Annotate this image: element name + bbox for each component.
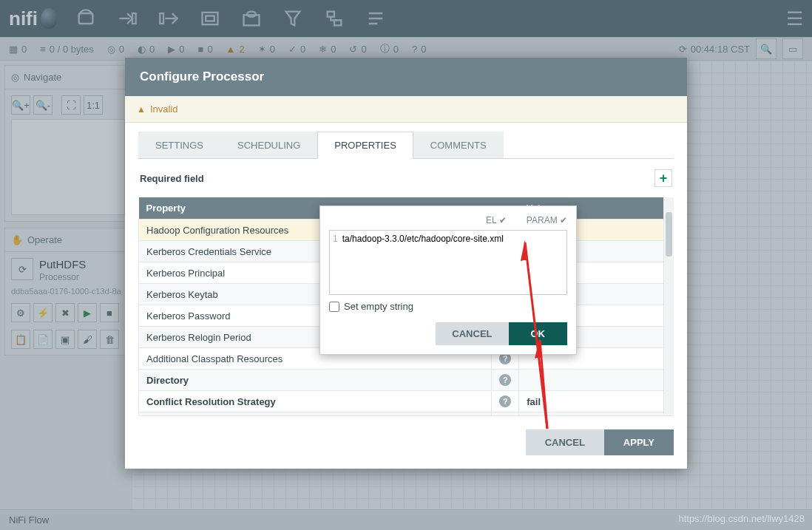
el-indicator: EL ✔ <box>477 215 507 225</box>
tab-properties[interactable]: PROPERTIES <box>317 132 413 159</box>
value-editor-popup: EL ✔ PARAM ✔ 1ta/hadoop-3.3.0/etc/hadoop… <box>319 205 577 355</box>
param-indicator: PARAM ✔ <box>518 215 567 225</box>
table-row[interactable]: Directory? <box>139 370 674 391</box>
help-icon[interactable]: ? <box>499 374 511 386</box>
dialog-title: Configure Processor <box>125 58 687 96</box>
table-row[interactable]: Block Size?No value set <box>139 412 674 417</box>
set-empty-checkbox[interactable]: Set empty string <box>329 301 567 312</box>
invalid-banner: Invalid <box>125 96 687 123</box>
tab-comments[interactable]: COMMENTS <box>413 132 504 158</box>
apply-button[interactable]: APPLY <box>604 429 674 455</box>
tab-scheduling[interactable]: SCHEDULING <box>220 132 317 158</box>
value-input[interactable]: 1ta/hadoop-3.3.0/etc/hadoop/core-site.xm… <box>329 230 567 295</box>
watermark-text: https://blog.csdn.net/llwy1428 <box>678 513 805 524</box>
popup-ok-button[interactable]: OK <box>509 322 568 345</box>
table-row[interactable]: Conflict Resolution Strategy?fail <box>139 391 674 412</box>
dialog-tabs: SETTINGS SCHEDULING PROPERTIES COMMENTS <box>138 132 674 159</box>
add-property-button[interactable]: + <box>654 169 672 187</box>
line-number: 1 <box>333 234 338 244</box>
table-scrollbar[interactable] <box>663 197 674 415</box>
required-label: Required field <box>140 173 204 184</box>
cancel-button[interactable]: CANCEL <box>526 429 604 455</box>
tab-settings[interactable]: SETTINGS <box>138 132 220 158</box>
value-editor-meta: EL ✔ PARAM ✔ <box>329 215 567 225</box>
popup-cancel-button[interactable]: CANCEL <box>436 322 508 345</box>
help-icon[interactable]: ? <box>499 395 511 407</box>
